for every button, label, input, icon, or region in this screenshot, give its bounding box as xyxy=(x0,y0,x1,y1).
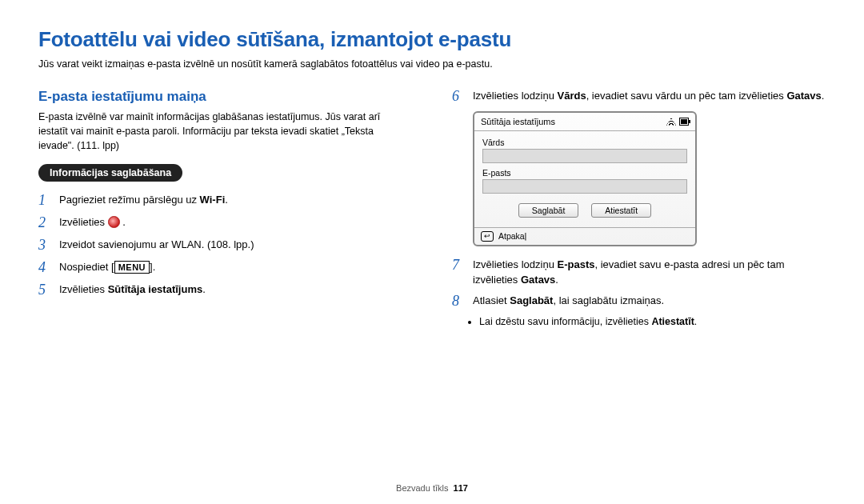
step-5: Izvēlieties Sūtītāja iestatījums. xyxy=(59,282,206,298)
battery-icon xyxy=(679,118,689,126)
intro-text: Jūs varat veikt izmaiņas e-pasta izvēlnē… xyxy=(38,58,826,70)
reset-button[interactable]: Atiestatīt xyxy=(591,203,651,218)
section-description: E-pasta izvēlnē var mainīt informācijas … xyxy=(38,110,412,153)
back-key-icon: ↩ xyxy=(481,231,494,242)
step-1: Pagrieziet režīmu pārslēgu uz Wi-Fi. xyxy=(59,193,228,208)
subsection-pill: Informācijas saglabāšana xyxy=(38,164,182,182)
email-input[interactable] xyxy=(482,179,687,194)
note-bullet: Lai dzēstu savu informāciju, izvēlieties… xyxy=(479,316,826,327)
step-6: Izvēlieties lodziņu Vārds, ievadiet savu… xyxy=(473,89,824,104)
back-label: Atpakaļ xyxy=(498,231,526,241)
step-number: 4 xyxy=(38,260,59,276)
step-number: 5 xyxy=(38,282,59,298)
step-number: 1 xyxy=(38,193,59,209)
page-title: Fotoattēlu vai video sūtīšana, izmantojo… xyxy=(38,27,826,52)
right-column: 6 Izvēlieties lodziņu Vārds, ievadiet sa… xyxy=(452,89,826,327)
email-icon xyxy=(108,216,120,228)
save-button[interactable]: Saglabāt xyxy=(518,203,578,218)
settings-panel: Sūtītāja iestatījums Vārds E-pasts Sagla… xyxy=(473,111,697,246)
step-number: 6 xyxy=(452,89,473,105)
panel-title: Sūtītāja iestatījums xyxy=(481,117,555,126)
step-2: Izvēlieties . xyxy=(59,215,126,230)
name-input[interactable] xyxy=(482,149,687,163)
step-3: Izveidot savienojumu ar WLAN. (108. lpp.… xyxy=(59,238,254,253)
step-8: Atlasiet Saglabāt, lai saglabātu izmaiņa… xyxy=(473,294,664,309)
menu-key-icon: MENU xyxy=(114,261,150,274)
step-number: 7 xyxy=(452,258,473,274)
step-number: 3 xyxy=(38,238,59,254)
field-label-email: E-pasts xyxy=(482,168,687,178)
page-footer: Bezvadu tīkls 117 xyxy=(0,483,864,493)
step-number: 2 xyxy=(38,215,59,231)
left-column: E-pasta iestatījumu maiņa E-pasta izvēln… xyxy=(38,89,412,327)
step-4: Nospiediet [MENU]. xyxy=(59,260,155,275)
wifi-label: Wi-Fi xyxy=(200,194,226,206)
section-heading: E-pasta iestatījumu maiņa xyxy=(38,89,412,105)
step-7: Izvēlieties lodziņu E-pasts, ievadiet sa… xyxy=(473,258,826,288)
field-label-name: Vārds xyxy=(482,138,687,147)
step-number: 8 xyxy=(452,294,473,310)
wifi-icon xyxy=(666,118,676,126)
